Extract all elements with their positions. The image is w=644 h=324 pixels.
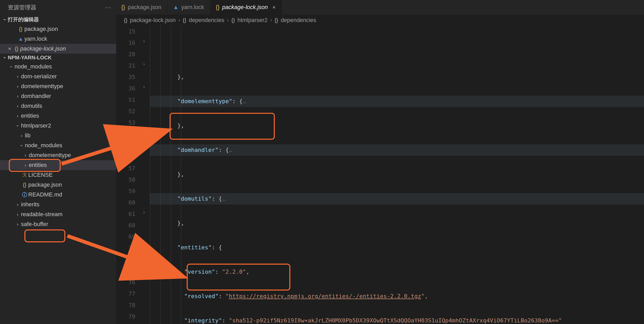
editor-area: {} package.json ▲ yarn.lock {} package-l… — [116, 0, 644, 324]
tab-bar: {} package.json ▲ yarn.lock {} package-l… — [116, 0, 644, 15]
chevron-right-icon — [18, 133, 25, 138]
chevron-right-icon — [14, 103, 21, 109]
fold-icon[interactable] — [143, 84, 145, 89]
explorer-title: 资源管理器 — [8, 4, 36, 11]
breadcrumb-item[interactable]: htmlparser2 — [237, 17, 268, 24]
open-editor-item[interactable]: {} package.json — [0, 24, 116, 34]
chevron-right-icon: › — [270, 17, 272, 24]
folder-readable-stream[interactable]: readable-stream — [0, 209, 116, 219]
json-icon: {} — [232, 17, 235, 23]
chevron-right-icon — [14, 222, 21, 227]
tab-package-json[interactable]: {} package.json — [116, 0, 168, 15]
chevron-right-icon — [14, 202, 21, 207]
chevron-right-icon — [14, 94, 21, 99]
folder-lib[interactable]: lib — [0, 131, 116, 140]
tab-package-lock-json[interactable]: {} package-lock.json × — [211, 0, 282, 15]
file-license[interactable]: ℛ LICENSE — [0, 170, 116, 180]
folder-entities[interactable]: entities — [0, 111, 116, 121]
close-icon[interactable]: × — [6, 46, 13, 52]
folder-entities-inner[interactable]: entities — [0, 160, 116, 170]
open-editor-item[interactable]: × {} package-lock.json — [0, 44, 116, 54]
json-icon: {} — [124, 17, 127, 23]
folder-domhandler[interactable]: domhandler — [0, 91, 116, 101]
open-editors-label: 打开的编辑器 — [8, 16, 39, 23]
folder-domelementtype-inner[interactable]: domelementtype — [0, 150, 116, 160]
project-label: NPM-YARN-LOCK — [8, 55, 52, 61]
chevron-down-icon — [8, 64, 15, 69]
breadcrumbs[interactable]: {} package-lock.json › {} dependencies ›… — [116, 15, 644, 26]
line-number-gutter: 15162021 35365152 53545556 57585960 6168… — [116, 26, 142, 324]
chevron-right-icon: › — [178, 17, 180, 24]
breadcrumb-item[interactable]: dependencies — [281, 17, 316, 24]
open-editor-label: yarn.lock — [24, 36, 47, 42]
json-icon: {} — [275, 17, 278, 23]
code-content[interactable]: }, "domelementtype": {… }, "domhandler":… — [150, 26, 644, 324]
folder-node-modules[interactable]: node_modules — [0, 62, 116, 72]
chevron-down-icon — [18, 143, 25, 148]
fold-icon[interactable] — [143, 209, 145, 215]
close-icon[interactable]: × — [272, 4, 276, 10]
code-editor[interactable]: 15162021 35365152 53545556 57585960 6168… — [116, 26, 644, 324]
chevron-right-icon — [22, 163, 29, 168]
chevron-right-icon: › — [227, 17, 229, 24]
explorer-header: 资源管理器 ··· — [0, 0, 116, 15]
breadcrumb-item[interactable]: dependencies — [189, 17, 224, 24]
info-icon: ⓘ — [21, 191, 28, 198]
open-editor-item[interactable]: ▲ yarn.lock — [0, 34, 116, 44]
open-editor-label: package-lock.json — [20, 45, 66, 52]
yarn-icon: ▲ — [17, 36, 24, 42]
json-icon: {} — [17, 26, 24, 32]
open-editor-label: package.json — [24, 26, 58, 32]
breadcrumb-item[interactable]: package-lock.json — [130, 17, 176, 24]
folder-node-modules-inner[interactable]: node_modules — [0, 140, 116, 150]
json-icon: {} — [13, 46, 20, 52]
folder-dom-serializer[interactable]: dom-serializer — [0, 72, 116, 81]
file-readme[interactable]: ⓘ README.md — [0, 190, 116, 200]
yarn-icon: ▲ — [173, 4, 179, 11]
folder-domutils[interactable]: domutils — [0, 101, 116, 111]
folder-htmlparser2[interactable]: htmlparser2 — [0, 121, 116, 131]
open-editors-section[interactable]: 打开的编辑器 — [0, 15, 116, 24]
chevron-right-icon — [14, 74, 21, 79]
tab-yarn-lock[interactable]: ▲ yarn.lock — [168, 0, 211, 15]
fold-icon[interactable] — [143, 61, 145, 67]
json-icon: {} — [21, 182, 28, 188]
file-package-json[interactable]: {} package.json — [0, 180, 116, 190]
chevron-right-icon — [14, 212, 21, 217]
json-icon: {} — [183, 17, 186, 23]
folder-inherits[interactable]: inherits — [0, 200, 116, 209]
chevron-down-icon — [2, 55, 8, 60]
project-section[interactable]: NPM-YARN-LOCK — [0, 54, 116, 62]
fold-icon[interactable] — [143, 244, 145, 249]
chevron-right-icon — [22, 153, 29, 158]
chevron-right-icon — [14, 84, 21, 89]
json-icon: {} — [216, 4, 220, 11]
fold-icon[interactable] — [143, 38, 145, 44]
folder-safe-buffer[interactable]: safe-buffer — [0, 219, 116, 229]
sidebar: 资源管理器 ··· 打开的编辑器 {} package.json ▲ yarn.… — [0, 0, 116, 324]
chevron-right-icon — [14, 113, 21, 119]
license-icon: ℛ — [21, 172, 28, 178]
json-icon: {} — [121, 4, 125, 11]
more-icon[interactable]: ··· — [105, 4, 111, 11]
folder-domelementtype[interactable]: domelementtype — [0, 81, 116, 91]
chevron-down-icon — [14, 123, 21, 129]
fold-gutter — [142, 26, 150, 324]
chevron-down-icon — [2, 17, 8, 22]
